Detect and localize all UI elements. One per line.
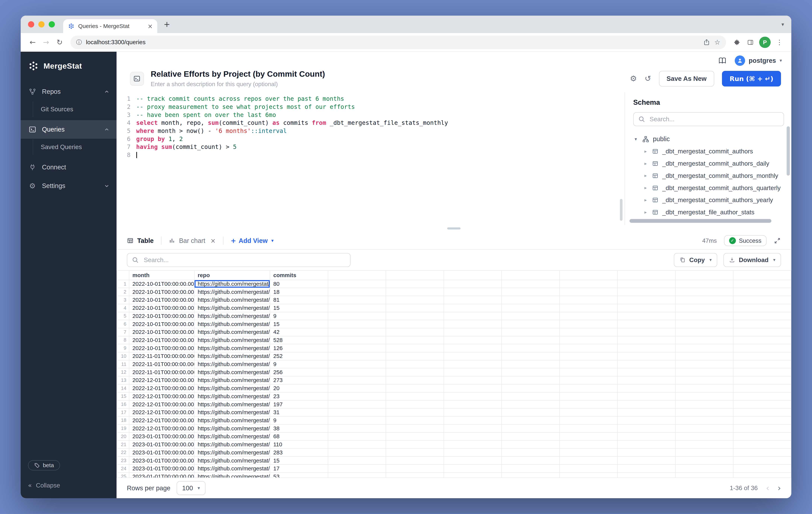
cell-month[interactable]: 2022-12-01T00:00:00.000Z xyxy=(129,408,194,417)
site-info-icon[interactable]: ⓘ xyxy=(76,39,82,45)
cell-month[interactable]: 2022-10-01T00:00:00.000Z xyxy=(129,304,194,312)
cell-month[interactable]: 2022-12-01T00:00:00.000Z xyxy=(129,384,194,392)
cell-commits[interactable]: 252 xyxy=(270,352,328,360)
extensions-icon[interactable] xyxy=(730,39,744,46)
next-page-button[interactable]: › xyxy=(778,484,781,492)
pane-resize-handle[interactable] xyxy=(447,227,461,229)
cell-commits[interactable]: 20 xyxy=(270,384,328,392)
cell-month[interactable]: 2022-10-01T00:00:00.000Z xyxy=(129,312,194,320)
cell-commits[interactable]: 15 xyxy=(270,320,328,328)
table-row[interactable]: 42022-10-01T00:00:00.000Zhttps://github.… xyxy=(117,304,791,312)
schema-root-item[interactable]: ▾ public xyxy=(633,133,784,145)
sidebar-item-git-sources[interactable]: Git Sources xyxy=(33,102,117,117)
forward-button[interactable]: → xyxy=(39,39,53,46)
schema-table-item[interactable]: ▸ _dbt_mergestat_commit_authors_daily xyxy=(643,158,784,170)
query-history-icon[interactable]: ↺ xyxy=(645,75,651,83)
cell-repo[interactable]: https://github.com/mergestat/... xyxy=(194,424,270,432)
expand-caret-icon[interactable]: ▸ xyxy=(643,161,648,166)
cell-month[interactable]: 2022-12-01T00:00:00.000Z xyxy=(129,417,194,425)
query-settings-gear-icon[interactable]: ⚙ xyxy=(630,75,637,83)
table-row[interactable]: 122022-11-01T00:00:00.000Zhttps://github… xyxy=(117,368,791,376)
table-row[interactable]: 222023-01-01T00:00:00.000Zhttps://github… xyxy=(117,448,791,456)
table-row[interactable]: 62022-10-01T00:00:00.000Zhttps://github.… xyxy=(117,320,791,328)
run-query-button[interactable]: Run (⌘ + ↵) xyxy=(722,71,781,86)
cell-month[interactable]: 2023-01-01T00:00:00.000Z xyxy=(129,440,194,449)
cell-month[interactable]: 2022-10-01T00:00:00.000Z xyxy=(129,336,194,344)
cell-repo[interactable]: https://github.com/mergestat/... xyxy=(194,456,270,464)
cell-commits[interactable]: 18 xyxy=(270,288,328,296)
cell-commits[interactable]: 68 xyxy=(270,432,328,440)
mergestat-logo[interactable]: MergeStat xyxy=(21,52,117,82)
schema-vertical-scrollbar[interactable] xyxy=(787,126,790,176)
cell-month[interactable]: 2023-01-01T00:00:00.000Z xyxy=(129,473,194,478)
cell-repo[interactable]: https://github.com/mergestat/... xyxy=(194,417,270,425)
schema-table-item[interactable]: ▸ _dbt_mergestat_commit_authors_monthly xyxy=(643,170,784,182)
cell-repo[interactable]: https://github.com/mergestat/... xyxy=(194,352,270,360)
table-row[interactable]: 72022-10-01T00:00:00.000Zhttps://github.… xyxy=(117,328,791,336)
cell-commits[interactable]: 9 xyxy=(270,417,328,425)
code-line[interactable]: group by 1, 2 xyxy=(136,135,625,143)
window-minimize-button[interactable] xyxy=(38,21,45,27)
tab-table-view[interactable]: Table xyxy=(127,237,153,245)
cell-commits[interactable]: 15 xyxy=(270,456,328,464)
add-view-button[interactable]: + Add View ▾ xyxy=(231,237,274,245)
save-as-new-button[interactable]: Save As New xyxy=(659,71,714,86)
cell-repo[interactable]: https://github.com/mergestat/... xyxy=(194,464,270,473)
cell-month[interactable]: 2022-12-01T00:00:00.000Z xyxy=(129,392,194,400)
cell-month[interactable]: 2022-10-01T00:00:00.000Z xyxy=(129,344,194,352)
table-row[interactable]: 92022-10-01T00:00:00.000Zhttps://github.… xyxy=(117,344,791,352)
cell-commits[interactable]: 38 xyxy=(270,424,328,432)
table-row[interactable]: 12022-10-01T00:00:00.000Zhttps://github.… xyxy=(117,280,791,288)
table-row[interactable]: 52022-10-01T00:00:00.000Zhttps://github.… xyxy=(117,312,791,320)
cell-commits[interactable]: 197 xyxy=(270,400,328,408)
cell-month[interactable]: 2022-10-01T00:00:00.000Z xyxy=(129,296,194,304)
cell-month[interactable]: 2022-10-01T00:00:00.000Z xyxy=(129,280,194,288)
sidebar-item-settings[interactable]: ⚙ Settings xyxy=(21,176,117,195)
table-row[interactable]: 172022-12-01T00:00:00.000Zhttps://github… xyxy=(117,408,791,417)
cell-commits[interactable]: 9 xyxy=(270,360,328,368)
cell-repo[interactable]: https://github.com/mergestat/... xyxy=(194,288,270,296)
user-menu[interactable]: postgres ▾ xyxy=(735,55,782,66)
sidebar-item-queries[interactable]: Queries xyxy=(21,120,117,139)
cell-month[interactable]: 2022-12-01T00:00:00.000Z xyxy=(129,376,194,384)
expand-caret-icon[interactable]: ▸ xyxy=(643,210,648,215)
code-line[interactable]: where month > now() - '6 months'::interv… xyxy=(136,127,625,135)
cell-repo[interactable]: https://github.com/mergestat/... xyxy=(194,440,270,449)
tab-close-icon[interactable]: × xyxy=(210,238,216,244)
address-bar[interactable]: ⓘ localhost:3300/queries ☆ xyxy=(70,35,726,49)
schema-horizontal-scrollbar[interactable] xyxy=(630,219,772,223)
table-row[interactable]: 252023-01-01T00:00:00.000Zhttps://github… xyxy=(117,473,791,478)
cell-commits[interactable]: 15 xyxy=(270,304,328,312)
browser-menu-icon[interactable]: ⋮ xyxy=(773,39,786,46)
editor-code[interactable]: -- track commit counts across repos over… xyxy=(136,95,625,225)
code-line[interactable]: having sum(commit_count) > 5 xyxy=(136,143,625,151)
schema-table-item[interactable]: ▸ _dbt_mergestat_file_author_stats xyxy=(643,206,784,219)
cell-repo[interactable]: https://github.com/mergestat/... xyxy=(194,473,270,478)
previous-page-button[interactable]: ‹ xyxy=(766,484,769,492)
table-row[interactable]: 102022-11-01T00:00:00.000Zhttps://github… xyxy=(117,352,791,360)
sidebar-item-connect[interactable]: Connect xyxy=(21,158,117,176)
cell-month[interactable]: 2022-12-01T00:00:00.000Z xyxy=(129,400,194,408)
code-line[interactable]: -- proxy measurement to see what project… xyxy=(136,103,625,111)
profile-avatar[interactable]: P xyxy=(759,37,771,48)
table-row[interactable]: 202023-01-01T00:00:00.000Zhttps://github… xyxy=(117,432,791,440)
sidebar-item-saved-queries[interactable]: Saved Queries xyxy=(33,139,117,155)
cell-month[interactable]: 2022-12-01T00:00:00.000Z xyxy=(129,424,194,432)
cell-repo[interactable]: https://github.com/mergestat/... xyxy=(194,408,270,417)
cell-repo[interactable]: https://github.com/mergestat/... xyxy=(194,392,270,400)
collapse-caret-icon[interactable]: ▾ xyxy=(633,137,639,142)
cell-month[interactable]: 2023-01-01T00:00:00.000Z xyxy=(129,464,194,473)
table-row[interactable]: 132022-12-01T00:00:00.000Zhttps://github… xyxy=(117,376,791,384)
cell-repo[interactable]: https://github.com/mergestat/... xyxy=(194,344,270,352)
cell-repo[interactable]: https://github.com/mergestat/... xyxy=(194,360,270,368)
cell-repo[interactable]: https://github.com/mergestat/... xyxy=(194,432,270,440)
code-line[interactable]: -- have been spent on over the last 6mo xyxy=(136,111,625,119)
cell-commits[interactable]: 80 xyxy=(270,280,328,288)
cell-month[interactable]: 2022-10-01T00:00:00.000Z xyxy=(129,288,194,296)
share-icon[interactable] xyxy=(703,39,710,46)
expand-caret-icon[interactable]: ▸ xyxy=(643,185,648,190)
cell-repo[interactable]: https://github.com/mergestat/... xyxy=(194,384,270,392)
cell-commits[interactable]: 256 xyxy=(270,368,328,376)
table-row[interactable]: 212023-01-01T00:00:00.000Zhttps://github… xyxy=(117,440,791,449)
expand-caret-icon[interactable]: ▸ xyxy=(643,198,648,202)
